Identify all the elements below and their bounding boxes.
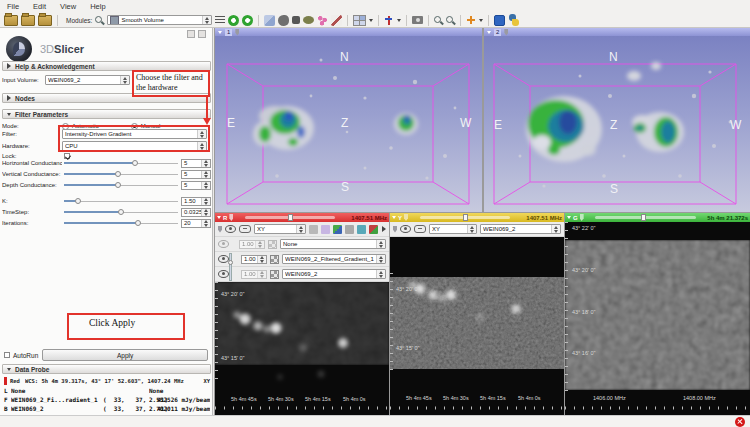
view3d-1-render[interactable]: N E Z W S [215,36,482,212]
orientation-selector[interactable]: XY [429,224,477,234]
view-menu-arrow-icon[interactable] [218,31,222,34]
menu-view[interactable]: View [53,2,83,11]
depth-conductance-slider[interactable] [64,181,178,190]
red-slice-image[interactable]: 43° 20' 0" 43° 15' 0" 5h 4m 45s 5h 4m 30… [215,282,389,415]
slice-option-icon[interactable] [333,225,342,234]
data-probe-section-header[interactable]: Data Probe [2,364,211,374]
favorite-module-transforms-icon[interactable] [331,15,342,26]
favorite-module-markups-icon[interactable] [317,15,328,26]
view3d-2[interactable]: 2 [484,28,750,212]
menu-file[interactable]: File [0,2,26,11]
volume-selector[interactable]: WEIN069_2 [480,224,561,234]
slice-view-yellow[interactable]: Y 1407.51 MHz XY WEIN069_2 [390,213,564,415]
pin-icon[interactable] [218,226,222,233]
green-slice-image[interactable]: 43° 22' 0" 43° 20' 0" 43° 18' 0" 43° 16'… [565,222,750,415]
timestep-slider[interactable] [64,208,178,217]
label-outline-toggle[interactable] [268,240,277,249]
foreground-opacity-spinbox[interactable]: 1.00 [241,255,267,264]
extensions-manager-button[interactable] [494,15,505,26]
next-module-button[interactable] [242,15,253,26]
background-opacity-spinbox[interactable]: 1.00 [241,270,267,279]
filter-parameters-section-header[interactable]: Filter Parameters [2,109,211,119]
horizontal-conductance-spinbox[interactable]: 5 [181,159,211,168]
foreground-swatch-icon[interactable] [270,255,279,264]
pin-icon[interactable] [504,29,508,36]
green-slice-bar[interactable]: G 5h 4m 21.372s [565,213,750,222]
view-menu-arrow-icon[interactable] [487,31,491,34]
link-views-icon[interactable] [239,225,251,233]
view3d-2-render[interactable]: N E Z W S [484,36,750,212]
slice-option-icon[interactable] [309,225,318,234]
slice-option-icon[interactable] [345,225,354,234]
yellow-slice-bar[interactable]: Y 1407.51 MHz [390,213,564,222]
layout-selector-arrow-icon[interactable] [369,19,373,22]
close-panel-button[interactable] [198,30,206,38]
pin-icon[interactable] [393,226,397,233]
background-swatch-icon[interactable] [270,270,279,279]
slice-menu-arrow-icon[interactable] [217,216,221,219]
layout-selector-button[interactable] [353,15,366,26]
add-data-button[interactable] [466,15,476,25]
slice-option-icon[interactable] [369,225,378,234]
mouse-mode-arrow-icon[interactable] [397,19,401,22]
undock-panel-button[interactable] [187,30,195,38]
input-volume-selector[interactable]: WEIN069_2 [45,75,130,85]
previous-module-button[interactable] [228,15,239,26]
orientation-selector[interactable]: XY [254,224,306,234]
view3d-2-controller-bar[interactable]: 2 [484,28,750,36]
horizontal-conductance-slider[interactable] [64,159,178,168]
green-slice-offset-slider[interactable] [595,216,696,219]
vertical-conductance-spinbox[interactable]: 5 [181,170,211,179]
depth-conductance-spinbox[interactable]: 5 [181,181,211,190]
menu-edit[interactable]: Edit [26,2,53,11]
slice-view-red[interactable]: R 1407.51 MHz XY [215,213,389,415]
favorite-module-data-icon[interactable] [264,15,275,26]
slice-menu-arrow-icon[interactable] [392,216,396,219]
load-scene-icon[interactable] [4,15,18,26]
link-views-icon[interactable] [414,225,426,233]
slice-view-green[interactable]: G 5h 4m 21.372s 43° 22' 0" 43° 20' 0" 43… [565,213,750,415]
pin-icon[interactable] [229,214,233,221]
load-data-icon[interactable] [21,15,35,26]
red-slice-bar[interactable]: R 1407.51 MHz [215,213,389,222]
yellow-slice-offset-slider[interactable] [420,216,510,219]
magnify-crosshair-icon[interactable] [446,16,455,25]
favorite-module-rendering-icon[interactable] [303,16,314,24]
favorite-module-icon[interactable] [292,16,300,24]
python-console-button[interactable] [508,14,520,26]
background-layer-eye-icon[interactable] [218,270,229,278]
red-slice-offset-slider[interactable] [245,216,335,219]
view3d-1[interactable]: 1 [215,28,482,212]
magnify-slice-icon[interactable] [434,16,443,25]
save-scene-icon[interactable] [38,15,52,26]
iterations-spinbox[interactable]: 20 [181,219,211,228]
background-layer-selector[interactable]: WEIN069_2 [282,269,386,279]
mouse-interaction-button[interactable] [384,15,394,26]
slice-option-icon[interactable] [357,225,366,234]
screenshot-button[interactable] [412,16,423,24]
k-spinbox[interactable]: 1.50 [181,197,211,206]
slice-menu-arrow-icon[interactable] [567,216,571,219]
pin-icon[interactable] [235,29,239,36]
vertical-conductance-slider[interactable] [64,170,178,179]
view3d-1-controller-bar[interactable]: 1 [215,28,482,36]
slice-visibility-eye-icon[interactable] [225,225,236,233]
error-log-button[interactable] [735,417,745,427]
autorun-checkbox[interactable] [4,352,10,358]
label-opacity-spinbox[interactable]: 1.00 [239,240,265,249]
pin-icon[interactable] [404,214,408,221]
label-layer-selector[interactable]: None [280,239,386,249]
pin-icon[interactable] [580,214,584,221]
timestep-spinbox[interactable]: 0.0325 [181,208,211,217]
module-history-icon[interactable] [215,16,225,24]
iterations-slider[interactable] [64,219,178,228]
foreground-opacity-vertical-slider[interactable] [229,253,232,281]
label-layer-eye-icon[interactable] [218,240,229,248]
more-options-arrow-icon[interactable] [382,226,386,232]
foreground-layer-selector[interactable]: WEIN069_2_Filtered_Gradient_1 [282,254,386,264]
module-selector[interactable]: Smooth Volume [107,15,212,25]
slice-option-icon[interactable] [321,225,330,234]
yellow-slice-image[interactable]: 43° 20' 0" 43° 15' 0" 5h 4m 45s 5h 4m 30… [390,237,564,415]
module-search-icon[interactable] [95,16,104,25]
slice-visibility-eye-icon[interactable] [400,225,411,233]
